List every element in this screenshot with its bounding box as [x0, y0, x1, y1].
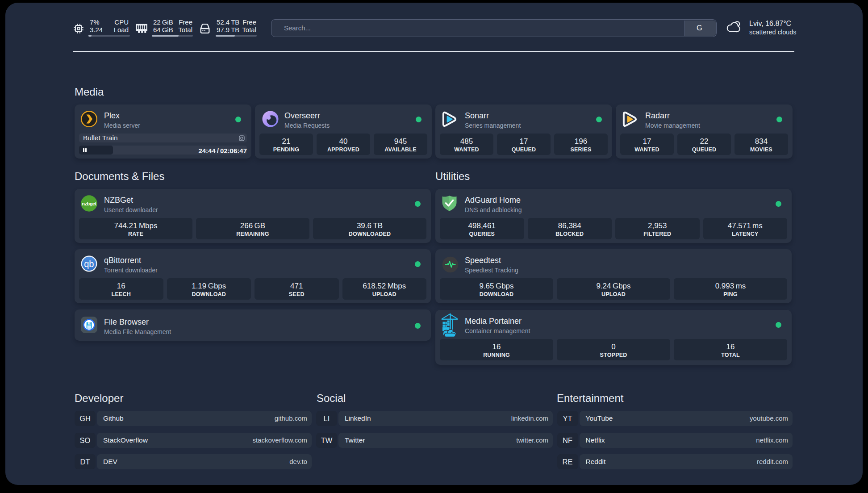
svg-text:qb: qb — [84, 259, 94, 269]
svg-text:nzbget: nzbget — [82, 201, 96, 206]
